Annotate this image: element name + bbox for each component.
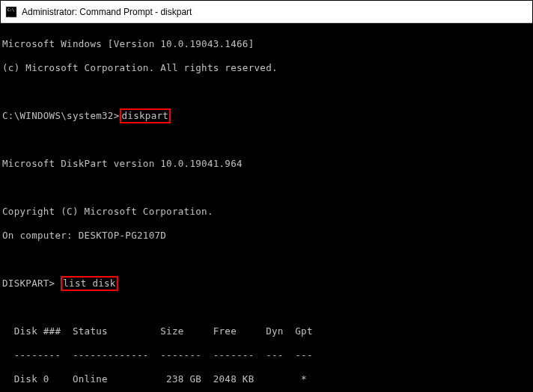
cmd-icon: C:\ _ [5, 6, 17, 18]
prompt-line-1: C:\WINDOWS\system32>diskpart [2, 110, 531, 122]
prompt-prefix: C:\WINDOWS\system32> [2, 110, 120, 121]
blank-line [2, 254, 531, 266]
table-divider: -------- ------------- ------- ------- -… [2, 349, 531, 361]
window-title: Administrator: Command Prompt - diskpart [22, 7, 192, 17]
diskpart-prompt: DISKPART> [2, 278, 61, 289]
blank-line [2, 134, 531, 146]
command-diskpart: diskpart [120, 108, 171, 123]
diskpart-version: Microsoft DiskPart version 10.0.19041.96… [2, 158, 531, 170]
prompt-line-2: DISKPART> list disk [2, 278, 531, 290]
blank-line [2, 182, 531, 194]
version-text: Microsoft Windows [Version 10.0.19043.14… [2, 38, 531, 50]
terminal[interactable]: Microsoft Windows [Version 10.0.19043.14… [1, 23, 532, 391]
command-list-disk: list disk [61, 276, 118, 291]
copyright-text: (c) Microsoft Corporation. All rights re… [2, 62, 531, 74]
table-header: Disk ### Status Size Free Dyn Gpt [2, 325, 531, 337]
blank-line [2, 86, 531, 98]
computer-name: On computer: DESKTOP-PG2107D [2, 230, 531, 242]
diskpart-copyright: Copyright (C) Microsoft Corporation. [2, 206, 531, 218]
table-row: Disk 0 Online 238 GB 2048 KB * [2, 373, 531, 385]
blank-line [2, 301, 531, 313]
titlebar: C:\ _ Administrator: Command Prompt - di… [1, 1, 532, 23]
